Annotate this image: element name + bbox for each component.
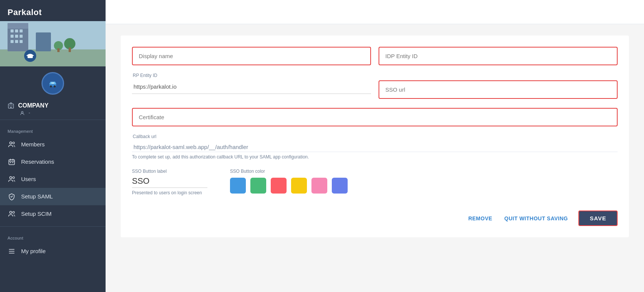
svg-rect-17 <box>69 48 71 52</box>
svg-rect-4 <box>11 29 14 32</box>
app-title: Parkalot <box>0 0 106 21</box>
callback-url-section: Callback url https://parkalot-saml.web.a… <box>132 134 618 160</box>
idp-entity-id-input[interactable] <box>379 47 618 65</box>
remove-button[interactable]: REMOVE <box>467 212 494 224</box>
sidebar-item-reservations[interactable]: Reservations <box>0 153 106 171</box>
company-sub: - <box>0 109 106 116</box>
color-swatch-red[interactable] <box>271 178 287 194</box>
callback-url-hint: To complete set up, add this authorizati… <box>132 154 618 160</box>
avatar <box>41 72 64 95</box>
sso-color-section: SSO Button color <box>230 169 348 194</box>
shield-icon <box>8 192 16 201</box>
svg-point-38 <box>10 176 12 178</box>
svg-rect-9 <box>20 35 23 38</box>
svg-point-40 <box>10 211 12 213</box>
rp-entity-id-group: RP Entity ID <box>132 73 371 99</box>
sidebar-item-setup-scim[interactable]: Setup SCIM <box>0 205 106 223</box>
sidebar-item-members[interactable]: Members <box>0 136 106 153</box>
people-icon-users <box>8 175 16 183</box>
svg-point-32 <box>21 111 23 113</box>
svg-rect-3 <box>8 23 28 29</box>
certificate-group <box>132 108 618 126</box>
svg-rect-35 <box>9 160 15 164</box>
color-swatch-yellow[interactable] <box>291 178 307 194</box>
management-section-label: Management <box>0 124 106 136</box>
svg-point-34 <box>13 142 15 144</box>
color-swatch-pink[interactable] <box>311 178 327 194</box>
display-name-group <box>132 47 371 65</box>
sso-label-section: SSO Button label SSO Presented to users … <box>132 169 207 195</box>
svg-point-39 <box>13 177 15 178</box>
svg-rect-19 <box>28 55 33 58</box>
building-icon <box>8 102 14 109</box>
svg-point-33 <box>10 141 12 144</box>
color-swatches <box>230 178 348 194</box>
menu-icon <box>8 247 16 255</box>
sidebar-item-setup-saml[interactable]: Setup SAML <box>0 188 106 205</box>
sso-button-label-label: SSO Button label <box>132 169 207 174</box>
svg-rect-37 <box>12 162 14 163</box>
form-card: RP Entity ID Callback url https://parkal… <box>121 35 629 237</box>
sso-url-group <box>379 73 618 99</box>
svg-rect-1 <box>0 49 106 66</box>
sso-url-input[interactable] <box>379 80 618 99</box>
idp-entity-id-group <box>379 47 618 65</box>
calendar-icon <box>8 158 16 166</box>
sso-color-label: SSO Button color <box>230 169 348 174</box>
display-name-input[interactable] <box>132 47 371 65</box>
sidebar: Parkalot <box>0 0 106 292</box>
main-area: RP Entity ID Callback url https://parkal… <box>106 0 644 292</box>
svg-rect-13 <box>36 32 51 51</box>
callback-url-value: https://parkalot-saml.web.app/__/auth/ha… <box>132 141 618 152</box>
svg-rect-11 <box>15 40 18 43</box>
divider-1 <box>0 120 106 120</box>
sidebar-item-label-users: Users <box>21 176 36 182</box>
color-swatch-indigo[interactable] <box>332 178 348 194</box>
sso-options-row: SSO Button label SSO Presented to users … <box>132 169 618 195</box>
color-swatch-blue[interactable] <box>230 178 246 194</box>
sso-button-value: SSO <box>132 176 207 188</box>
person-icon <box>20 111 25 116</box>
svg-rect-15 <box>57 48 60 52</box>
svg-point-25 <box>54 86 55 87</box>
sidebar-item-label-setup-scim: Setup SCIM <box>21 211 52 217</box>
rp-entity-id-label: RP Entity ID <box>132 73 371 78</box>
action-row: REMOVE QUIT WITHOUT SAVING SAVE <box>132 207 618 226</box>
people-icon-members <box>8 140 16 149</box>
color-swatch-green[interactable] <box>250 178 266 194</box>
rp-entity-id-input[interactable] <box>132 80 371 94</box>
main-header <box>106 0 644 24</box>
quit-button[interactable]: QUIT WITHOUT SAVING <box>503 212 570 224</box>
form-row-2: RP Entity ID <box>132 73 618 99</box>
svg-rect-6 <box>20 29 23 32</box>
svg-rect-28 <box>10 103 12 104</box>
svg-rect-31 <box>11 107 12 108</box>
certificate-input[interactable] <box>132 108 618 126</box>
sidebar-hero-image <box>0 21 106 66</box>
svg-rect-29 <box>9 105 10 106</box>
svg-point-41 <box>13 211 15 213</box>
form-row-3 <box>132 108 618 126</box>
svg-rect-8 <box>15 35 18 38</box>
sso-button-hint: Presented to users on login screen <box>132 190 207 195</box>
sidebar-item-my-profile[interactable]: My profile <box>0 243 106 260</box>
sidebar-item-users[interactable]: Users <box>0 171 106 188</box>
svg-rect-30 <box>12 105 12 106</box>
company-name: COMPANY <box>0 101 106 109</box>
svg-rect-26 <box>51 82 54 84</box>
svg-rect-12 <box>20 40 23 43</box>
sidebar-item-label-members: Members <box>21 141 45 148</box>
people-icon-scim <box>8 210 16 218</box>
callback-url-label: Callback url <box>132 134 618 139</box>
main-content: RP Entity ID Callback url https://parkal… <box>106 24 644 292</box>
svg-rect-7 <box>11 35 14 38</box>
avatar-section <box>0 66 106 101</box>
svg-rect-5 <box>15 29 18 32</box>
sidebar-item-label-my-profile: My profile <box>21 248 46 254</box>
divider-2 <box>0 226 106 227</box>
account-section-label: Account <box>0 231 106 243</box>
svg-point-24 <box>51 86 51 87</box>
form-row-1 <box>132 47 618 65</box>
svg-rect-10 <box>11 40 14 43</box>
save-button[interactable]: SAVE <box>578 211 618 226</box>
